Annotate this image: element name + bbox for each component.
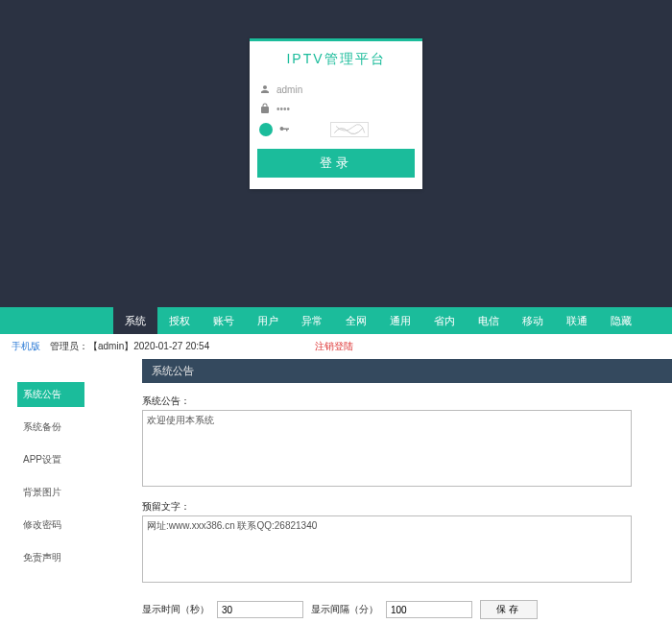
sidebar-item-background[interactable]: 背景图片 [17, 480, 84, 505]
nav-allnet[interactable]: 全网 [334, 307, 378, 334]
bottom-controls: 显示时间（秒） 显示间隔（分） 保存 [142, 600, 672, 619]
content-panel: 系统公告 系统公告： 预留文字： 显示时间（秒） 显示间隔（分） 保存 [142, 359, 672, 623]
display-time-label: 显示时间（秒） [142, 603, 209, 616]
admin-info-text: 管理员：【admin】2020-01-27 20:54 [50, 340, 209, 353]
nav-hidden[interactable]: 隐藏 [599, 307, 643, 334]
nav-account[interactable]: 账号 [202, 307, 246, 334]
notice-textarea[interactable] [142, 410, 632, 487]
sidebar: 系统公告 系统备份 APP设置 背景图片 修改密码 免责声明 [17, 359, 84, 570]
nav-spacer [0, 307, 113, 334]
nav-province[interactable]: 省内 [422, 307, 467, 334]
save-button[interactable]: 保存 [480, 600, 538, 619]
sidebar-item-appsettings[interactable]: APP设置 [17, 447, 84, 472]
captcha-row [250, 118, 422, 141]
logout-link[interactable]: 注销登陆 [315, 340, 353, 353]
nav-auth[interactable]: 授权 [157, 307, 202, 334]
nav-mobile[interactable]: 移动 [511, 307, 555, 334]
username-row [250, 80, 422, 99]
admin-panel: 系统 授权 账号 用户 异常 全网 通用 省内 电信 移动 联通 隐藏 手机版 … [0, 307, 672, 623]
username-input[interactable] [276, 84, 372, 95]
display-time-input[interactable] [217, 601, 303, 618]
nav-unicom[interactable]: 联通 [555, 307, 599, 334]
sidebar-item-changepw[interactable]: 修改密码 [17, 513, 84, 538]
password-row [250, 99, 422, 118]
info-bar: 手机版 管理员：【admin】2020-01-27 20:54 注销登陆 [0, 334, 672, 359]
display-interval-input[interactable] [386, 601, 472, 618]
mobile-version-link[interactable]: 手机版 [12, 340, 40, 353]
top-nav: 系统 授权 账号 用户 异常 全网 通用 省内 电信 移动 联通 隐藏 [0, 307, 672, 334]
main-wrap: 系统公告 系统备份 APP设置 背景图片 修改密码 免责声明 系统公告 系统公告… [0, 359, 672, 623]
user-icon [259, 84, 271, 95]
password-input[interactable] [276, 104, 372, 114]
reserve-textarea[interactable] [142, 515, 632, 583]
nav-general[interactable]: 通用 [378, 307, 422, 334]
key-icon [278, 124, 290, 135]
sidebar-item-backup[interactable]: 系统备份 [17, 415, 84, 440]
nav-user[interactable]: 用户 [246, 307, 290, 334]
nav-system[interactable]: 系统 [113, 307, 157, 334]
login-button[interactable]: 登录 [257, 149, 415, 178]
sidebar-item-notice[interactable]: 系统公告 [17, 382, 84, 407]
notice-label: 系统公告： [142, 395, 672, 408]
sidebar-item-disclaimer[interactable]: 免责声明 [17, 545, 84, 570]
captcha-image[interactable] [330, 122, 369, 137]
lock-icon [259, 103, 271, 114]
login-backdrop: IPTV管理平台 登录 [0, 0, 672, 307]
panel-header: 系统公告 [142, 359, 672, 383]
panel-body: 系统公告： 预留文字： 显示时间（秒） 显示间隔（分） 保存 [142, 383, 672, 623]
login-title: IPTV管理平台 [250, 41, 422, 80]
login-card: IPTV管理平台 登录 [250, 38, 422, 189]
display-interval-label: 显示间隔（分） [311, 603, 378, 616]
reserve-label: 预留文字： [142, 500, 672, 514]
nav-telecom[interactable]: 电信 [467, 307, 511, 334]
nav-exception[interactable]: 异常 [290, 307, 334, 334]
captcha-input[interactable] [296, 125, 324, 135]
cursor-indicator-icon [259, 123, 273, 136]
